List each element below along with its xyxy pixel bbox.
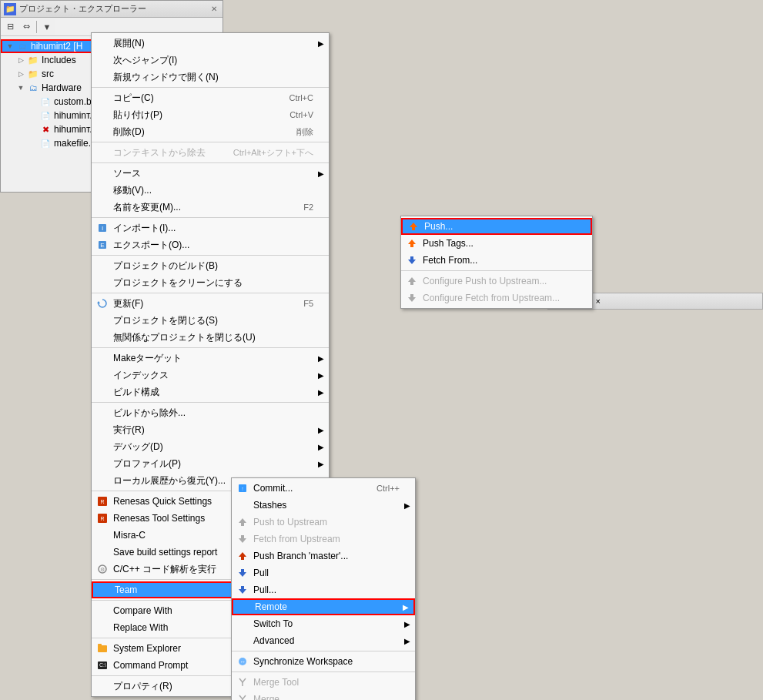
menu-item-copy[interactable]: コピー(C) Ctrl+C: [92, 89, 329, 106]
menu-separator: [92, 293, 329, 293]
tree-item-label: Hardware: [42, 82, 82, 93]
menu-item-sync-workspace[interactable]: ↔ Synchronize Workspace: [232, 653, 415, 670]
menu-separator: [92, 402, 329, 403]
svg-marker-17: [239, 518, 246, 526]
menu-separator: [232, 672, 415, 672]
folder-icon: 🗂: [27, 82, 39, 94]
push-branch-icon: [236, 550, 249, 562]
tree-item-label: Includes: [42, 55, 76, 65]
commit-icon: ↑: [236, 482, 249, 494]
menu-item-build[interactable]: プロジェクトのビルド(B): [92, 257, 329, 274]
cmd-icon: C:\: [96, 659, 109, 672]
menu-item-delete[interactable]: 削除(D) 削除: [92, 123, 329, 140]
menu-item-fetch-from[interactable]: Fetch From...: [401, 252, 592, 269]
menu-item-commit[interactable]: ↑ Commit... Ctrl++: [232, 480, 415, 497]
submenu-arrow-icon: ▶: [404, 637, 410, 645]
submenu-arrow-icon: ▶: [318, 354, 324, 363]
submenu-arrow-icon: ▶: [318, 460, 324, 468]
menu-item-push-tags[interactable]: Push Tags...: [401, 235, 592, 252]
panel-icon: 📁: [4, 3, 16, 15]
menu-item-exclude-build[interactable]: ビルドから除外...: [92, 404, 329, 421]
menu-item-expand[interactable]: 展開(N) ▶: [92, 35, 329, 52]
menu-item-debug[interactable]: デバッグ(D) ▶: [92, 438, 329, 455]
svg-marker-4: [97, 301, 100, 303]
menu-item-paste[interactable]: 貼り付け(P) Ctrl+V: [92, 106, 329, 123]
menu-item-export[interactable]: E エクスポート(O)...: [92, 236, 329, 253]
svg-text:I: I: [102, 225, 103, 232]
svg-marker-38: [408, 239, 416, 247]
collapse-all-button[interactable]: ⊟: [2, 19, 18, 35]
sys-explorer-icon: [96, 642, 109, 655]
svg-marker-39: [408, 256, 416, 264]
toolbar-menu-button[interactable]: ▼: [39, 19, 55, 35]
merge-tool-icon: [236, 676, 249, 688]
expand-icon[interactable]: ▷: [16, 69, 25, 79]
context-menu-remote: Push... Push Tags... Fetch From... Confi…: [400, 216, 593, 309]
menu-separator: [92, 255, 329, 256]
link-editor-button[interactable]: ⇔: [18, 19, 34, 35]
menu-item-fetch-upstream: Fetch from Upstream: [232, 531, 415, 548]
menu-item-switch-to[interactable]: Switch To ▶: [232, 615, 415, 632]
folder-icon: 🗂: [16, 40, 28, 52]
svg-rect-11: [98, 645, 107, 652]
sync-icon: ↔: [236, 655, 249, 668]
menu-item-move[interactable]: 移動(V)...: [92, 182, 329, 199]
push-upstream-icon: [236, 516, 249, 528]
menu-item-pull[interactable]: Pull: [232, 564, 415, 581]
submenu-arrow-icon: ▶: [318, 388, 324, 397]
menu-item-push-branch[interactable]: Push Branch 'master'...: [232, 548, 415, 564]
menu-item-source[interactable]: ソース ▶: [92, 165, 329, 182]
menu-item-rename[interactable]: 名前を変更(M)... F2: [92, 199, 329, 216]
menu-item-make-target[interactable]: Makeターゲット ▶: [92, 350, 329, 367]
submenu-arrow-icon: ▶: [404, 620, 410, 628]
menu-separator: [401, 270, 592, 271]
menu-separator: [232, 651, 415, 651]
toolbar-separator: [36, 21, 37, 33]
menu-item-stashes[interactable]: Stashes ▶: [232, 497, 415, 514]
import-icon: I: [96, 222, 109, 234]
expand-icon: [28, 111, 38, 120]
tree-item-label: src: [42, 69, 54, 79]
pull-dialog-icon: [236, 584, 249, 596]
menu-item-config-fetch: Configure Fetch from Upstream...: [401, 290, 592, 306]
menu-item-build-config[interactable]: ビルド構成 ▶: [92, 383, 329, 400]
svg-text:⚙: ⚙: [100, 567, 105, 572]
menu-item-remote[interactable]: Remote ▶: [232, 598, 415, 615]
folder-icon: 📁: [27, 68, 39, 80]
expand-icon[interactable]: ▷: [16, 55, 25, 65]
menu-item-new-window[interactable]: 新規ウィンドウで開く(N): [92, 69, 329, 85]
svg-text:R: R: [100, 499, 104, 504]
menu-item-index[interactable]: インデックス ▶: [92, 367, 329, 383]
svg-text:C:\: C:\: [99, 662, 106, 668]
menu-item-push[interactable]: Push...: [401, 218, 592, 235]
menu-item-merge: Merge...: [232, 691, 415, 700]
expand-icon[interactable]: ▼: [16, 83, 25, 92]
menu-item-profile[interactable]: プロファイル(P) ▶: [92, 455, 329, 472]
menu-item-config-push: Configure Push to Upstream...: [401, 273, 592, 290]
menu-item-jump-next[interactable]: 次へジャンプ(I): [92, 52, 329, 69]
menu-item-advanced[interactable]: Advanced ▶: [232, 632, 415, 649]
expand-icon[interactable]: ▼: [5, 42, 15, 51]
panel-close-button[interactable]: ✕: [209, 4, 219, 14]
svg-marker-21: [239, 586, 246, 594]
menu-item-pull-dialog[interactable]: Pull...: [232, 581, 415, 598]
panel-titlebar: 📁 プロジェクト・エクスプローラー ✕: [1, 1, 223, 18]
svg-text:R: R: [100, 516, 104, 521]
file-icon-error: ✖: [39, 123, 52, 136]
analyze-icon: ⚙: [96, 563, 109, 575]
panel-title: プロジェクト・エクスプローラー: [19, 3, 209, 15]
expand-icon: [28, 125, 38, 134]
pull-icon: [236, 567, 249, 579]
menu-item-clean[interactable]: プロジェクトをクリーンにする: [92, 274, 329, 291]
menu-item-refresh[interactable]: 更新(F) F5: [92, 295, 329, 312]
config-push-icon: [406, 275, 418, 287]
menu-item-close-unrelated[interactable]: 無関係なプロジェクトを閉じる(U): [92, 329, 329, 346]
expand-icon: [28, 139, 38, 148]
menu-item-import[interactable]: I インポート(I)...: [92, 219, 329, 236]
menu-separator: [92, 217, 329, 218]
menu-item-close-project[interactable]: プロジェクトを閉じる(S): [92, 312, 329, 329]
context-menu-team: ↑ Commit... Ctrl++ Stashes ▶ Push to Ups…: [231, 477, 416, 700]
menu-item-merge-tool: Merge Tool: [232, 674, 415, 691]
file-icon: 📄: [39, 95, 52, 108]
menu-item-run[interactable]: 実行(R) ▶: [92, 421, 329, 438]
